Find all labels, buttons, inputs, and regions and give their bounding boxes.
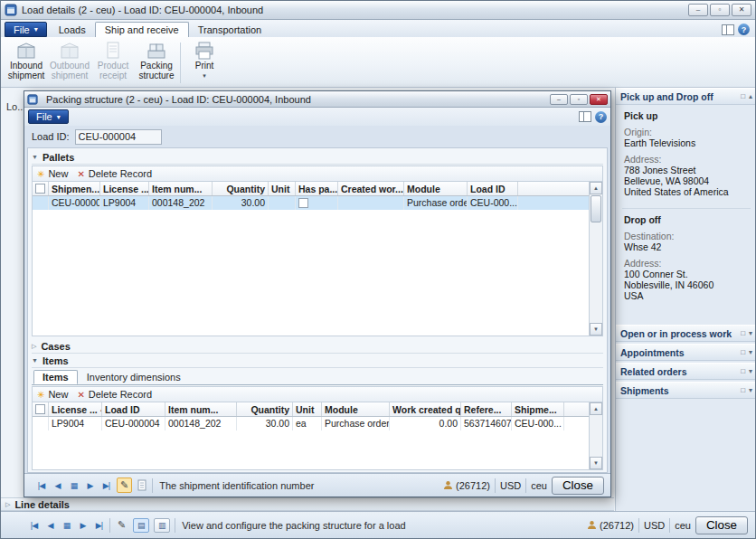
items-vertical-scrollbar[interactable]: ▲ ▼ (589, 402, 602, 469)
column-header-license[interactable]: License ... ▲ (100, 182, 149, 195)
help-icon[interactable]: ? (595, 111, 607, 123)
new-button[interactable]: ✳ New (37, 168, 68, 179)
dialog-close-button[interactable]: Close (552, 477, 604, 495)
edit-pencil-icon[interactable]: ✎ (115, 518, 128, 532)
nav-grid-icon[interactable]: ▦ (61, 521, 72, 530)
expand-icon[interactable]: ▾ (749, 348, 752, 356)
factbox-pickup-dropoff-header[interactable]: Pick up and Drop off □ ▴ (616, 88, 756, 105)
new-button[interactable]: ✳ New (37, 389, 68, 400)
factbox-shipments-header[interactable]: Shipments □▾ (616, 382, 756, 399)
column-header-reference[interactable]: Refere... (461, 402, 512, 416)
select-all-cell[interactable] (33, 402, 49, 416)
factbox-open-work-header[interactable]: Open or in process work □▾ (616, 325, 756, 342)
scroll-up-icon[interactable]: ▲ (590, 182, 602, 194)
popout-icon[interactable]: □ (741, 367, 745, 375)
nav-first-icon[interactable]: |◀ (28, 521, 40, 530)
column-header-unit[interactable]: Unit (293, 402, 322, 416)
scroll-down-icon[interactable]: ▼ (590, 323, 602, 336)
ribbon-tabstrip: File ▾ Loads Ship and receive Transporta… (1, 20, 755, 37)
load-id-field[interactable] (75, 129, 162, 145)
close-icon[interactable]: ✕ (732, 4, 751, 16)
close-button[interactable]: Close (695, 516, 748, 534)
column-header-created-work[interactable]: Created wor... (338, 182, 404, 195)
row-selector-cell[interactable] (33, 417, 49, 430)
cell-module: Purchase order (322, 417, 390, 430)
delete-record-button[interactable]: ✕ Delete Record (77, 168, 152, 179)
nav-grid-icon[interactable]: ▦ (68, 481, 80, 490)
column-header-license[interactable]: License ... ▲ (49, 402, 102, 416)
items-table-row[interactable]: LP9004 CEU-000004 000148_202 30.00 ea Pu… (33, 417, 602, 430)
factbox-divider (622, 208, 751, 209)
collapse-icon[interactable]: ▴ (749, 92, 752, 100)
select-all-cell[interactable] (33, 182, 49, 195)
pallets-section-header[interactable]: ▼ Pallets (32, 150, 603, 165)
expand-icon[interactable]: ▾ (749, 329, 752, 337)
popout-icon[interactable]: □ (741, 348, 745, 356)
has-pallet-checkbox[interactable] (298, 198, 308, 208)
popout-icon[interactable]: □ (741, 92, 745, 100)
nav-next-icon[interactable]: ▶ (77, 521, 89, 530)
column-header-load-id[interactable]: Load ID (468, 182, 518, 195)
view-toggle-grid[interactable]: ▤ (133, 518, 149, 533)
factbox-appointments-header[interactable]: Appointments □▾ (616, 344, 756, 361)
inbound-shipment-button[interactable]: Inbound shipment (5, 39, 48, 87)
items-section-header[interactable]: ▼ Items (32, 354, 603, 368)
column-header-quantity[interactable]: Quantity (237, 402, 293, 416)
dialog-minimize-icon[interactable]: – (550, 94, 568, 105)
packing-structure-dialog: Packing structure (2 - ceu) - Load ID: C… (24, 90, 611, 497)
maximize-icon[interactable]: ▫ (710, 4, 730, 16)
tab-transportation[interactable]: Transportation (189, 22, 271, 37)
column-header-load-id[interactable]: Load ID (102, 402, 165, 416)
column-header-quantity[interactable]: Quantity (213, 182, 269, 195)
tab-loads[interactable]: Loads (50, 22, 95, 37)
dialog-close-icon[interactable]: ✕ (590, 94, 608, 105)
cases-section-header[interactable]: ▷ Cases (32, 339, 603, 354)
print-button[interactable]: Print ▾ (183, 39, 226, 87)
window-layout-icon[interactable] (579, 111, 591, 122)
popout-icon[interactable]: □ (741, 329, 745, 337)
dialog-maximize-icon[interactable]: ▫ (570, 94, 588, 105)
nav-last-icon[interactable]: ▶| (100, 481, 112, 490)
minimize-icon[interactable]: – (688, 4, 708, 16)
nav-previous-icon[interactable]: ◀ (44, 521, 56, 530)
tab-inventory-dimensions[interactable]: Inventory dimensions (78, 370, 190, 384)
tab-items[interactable]: Items (33, 370, 78, 384)
packing-structure-button[interactable]: Packing structure (135, 39, 178, 87)
line-details-section-header[interactable]: ▷ Line details (1, 497, 614, 511)
column-header-module[interactable]: Module (404, 182, 468, 195)
select-all-checkbox[interactable] (35, 184, 45, 194)
pallets-table-row[interactable]: CEU-000004 LP9004 000148_202 30.00 Purch… (33, 196, 602, 210)
column-header-work-created[interactable]: Work created qu... (390, 402, 461, 416)
select-all-checkbox[interactable] (35, 404, 45, 414)
scroll-down-icon[interactable]: ▼ (590, 457, 602, 469)
column-header-item-number[interactable]: Item num... (149, 182, 213, 195)
pallets-vertical-scrollbar[interactable]: ▲ ▼ (589, 182, 602, 336)
expand-icon[interactable]: ▾ (749, 367, 752, 375)
window-layout-icon[interactable] (722, 24, 734, 35)
scroll-up-icon[interactable]: ▲ (590, 402, 602, 415)
row-selector-cell[interactable] (33, 196, 49, 210)
view-toggle-form[interactable]: ▥ (154, 518, 170, 533)
nav-next-icon[interactable]: ▶ (84, 481, 96, 490)
column-header-unit[interactable]: Unit (269, 182, 296, 195)
attachment-icon[interactable] (137, 479, 147, 491)
nav-previous-icon[interactable]: ◀ (52, 481, 63, 490)
popout-icon[interactable]: □ (741, 386, 745, 394)
help-icon[interactable]: ? (738, 24, 750, 35)
file-menu-button[interactable]: File ▾ (5, 22, 47, 37)
nav-first-icon[interactable]: |◀ (35, 481, 47, 490)
column-header-item-number[interactable]: Item num... (165, 402, 237, 416)
column-header-has-pallet[interactable]: Has pa... (296, 182, 338, 195)
expand-icon[interactable]: ▾ (749, 386, 752, 394)
factbox-related-orders-header[interactable]: Related orders □▾ (616, 363, 756, 380)
edit-pencil-icon[interactable]: ✎ (117, 478, 132, 493)
tab-ship-and-receive[interactable]: Ship and receive (95, 22, 189, 37)
column-header-shipment[interactable]: Shipmen... (49, 182, 100, 195)
column-header-module[interactable]: Module (322, 402, 390, 416)
dialog-file-menu-button[interactable]: File ▾ (28, 109, 69, 124)
dialog-app-icon (27, 94, 38, 105)
scrollbar-thumb[interactable] (591, 195, 601, 222)
column-header-shipment[interactable]: Shipme... (512, 402, 564, 416)
nav-last-icon[interactable]: ▶| (93, 521, 105, 530)
delete-record-button[interactable]: ✕ Delete Record (77, 389, 152, 400)
